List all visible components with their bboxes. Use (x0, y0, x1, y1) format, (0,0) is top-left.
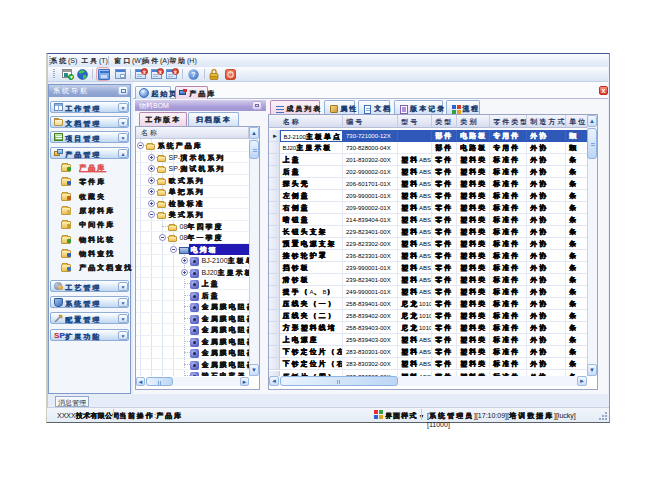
svg-text:?: ? (191, 71, 195, 78)
